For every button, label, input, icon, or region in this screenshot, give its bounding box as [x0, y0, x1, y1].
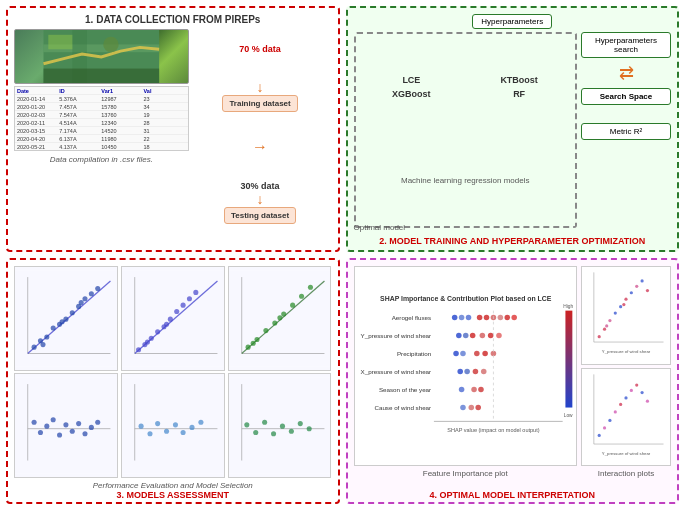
svg-point-36 [187, 296, 192, 301]
svg-point-98 [476, 315, 482, 321]
svg-point-159 [630, 388, 633, 391]
plot-scatter-2 [121, 266, 225, 371]
svg-point-13 [51, 326, 56, 331]
svg-point-111 [456, 333, 462, 339]
q4-left: SHAP Importance & Contribution Plot base… [354, 266, 578, 478]
svg-point-113 [474, 351, 480, 357]
svg-point-122 [471, 387, 477, 393]
svg-point-44 [245, 345, 250, 350]
testing-dataset-box: Testing dataset [224, 207, 296, 224]
svg-point-144 [635, 285, 638, 288]
training-pct: 70 % data [239, 44, 281, 54]
svg-point-82 [244, 422, 249, 427]
q2-model-training: Hyperparameters LCE KTBoost XGBoost RF M… [346, 6, 680, 252]
arrow-between-boxes: ⇄ [581, 62, 671, 84]
metric-box: Metric R² [581, 123, 671, 140]
model-lce: LCE [360, 75, 464, 85]
svg-text:Y_pressure of wind shear: Y_pressure of wind shear [602, 450, 651, 455]
ml-models-grid: LCE KTBoost XGBoost RF [360, 75, 572, 99]
svg-text:SHAP value (impact on model ou: SHAP value (impact on model output) [447, 427, 539, 433]
q1-left: DateIDVar1Val 2020-01-145.376A1298723 20… [14, 29, 189, 239]
svg-point-123 [478, 387, 484, 393]
q2-right: Hyperparameters search ⇄ Search Space Me… [581, 32, 671, 228]
svg-text:Y_pressure of wind shear: Y_pressure of wind shear [602, 349, 651, 354]
svg-point-153 [598, 433, 601, 436]
svg-point-31 [155, 329, 160, 334]
q3-inner [14, 266, 332, 478]
training-dataset-box: Training dataset [222, 95, 297, 112]
q3-plot-label: Performance Evaluation and Model Selecti… [8, 481, 338, 490]
svg-point-146 [646, 289, 649, 292]
svg-point-23 [79, 300, 84, 305]
interaction-plot-1: Y_pressure of wind shear [581, 266, 671, 365]
svg-point-107 [469, 333, 475, 339]
svg-point-46 [263, 328, 268, 333]
svg-rect-68 [122, 378, 224, 473]
svg-rect-131 [565, 311, 572, 408]
svg-rect-79 [229, 378, 331, 473]
q4-inner: SHAP Importance & Contribution Plot base… [354, 266, 672, 478]
svg-point-28 [136, 347, 141, 352]
svg-point-45 [254, 337, 259, 342]
svg-rect-3 [43, 69, 159, 83]
svg-point-127 [460, 405, 466, 411]
svg-point-83 [253, 430, 258, 435]
svg-point-89 [306, 426, 311, 431]
shap-plot: SHAP Importance & Contribution Plot base… [354, 266, 578, 466]
q3-bottom-label: 3. MODELS ASSESSMENT [8, 490, 338, 500]
plot-scatter-3 [228, 266, 332, 371]
svg-point-102 [504, 315, 510, 321]
svg-point-57 [32, 420, 37, 425]
svg-point-71 [138, 424, 143, 429]
svg-point-104 [451, 315, 457, 321]
svg-point-155 [608, 418, 611, 421]
q1-data-collection: 1. DATA COLLECTION FROM PIREPs [6, 6, 340, 252]
main-container: 1. DATA COLLECTION FROM PIREPs [0, 0, 685, 510]
svg-point-103 [511, 315, 517, 321]
map-image [14, 29, 189, 84]
ml-label: Machine learning regression models [360, 176, 572, 185]
svg-rect-4 [48, 35, 72, 49]
svg-point-62 [63, 422, 68, 427]
svg-point-160 [635, 383, 638, 386]
svg-point-85 [271, 431, 276, 436]
svg-text:Y_pressure of wind shear: Y_pressure of wind shear [360, 332, 431, 339]
svg-point-148 [622, 303, 625, 306]
svg-point-145 [640, 279, 643, 282]
svg-point-48 [281, 311, 286, 316]
svg-point-157 [619, 402, 622, 405]
svg-point-126 [475, 405, 481, 411]
testing-pct: 30% data [241, 181, 280, 191]
svg-point-124 [458, 387, 464, 393]
hp-search-box: Hyperparameters search [581, 32, 671, 58]
svg-point-143 [630, 291, 633, 294]
svg-point-99 [483, 315, 489, 321]
svg-point-76 [180, 430, 185, 435]
svg-text:Cause of wind shear: Cause of wind shear [374, 404, 431, 411]
svg-point-110 [496, 333, 502, 339]
svg-point-156 [614, 410, 617, 413]
svg-point-109 [487, 333, 493, 339]
svg-point-37 [193, 290, 198, 295]
svg-point-34 [174, 309, 179, 314]
svg-point-35 [180, 303, 185, 308]
svg-point-50 [299, 294, 304, 299]
svg-point-140 [614, 311, 617, 314]
svg-point-72 [147, 431, 152, 436]
svg-point-147 [605, 324, 608, 327]
svg-point-120 [457, 369, 463, 375]
svg-point-53 [277, 315, 282, 320]
svg-point-65 [82, 431, 87, 436]
svg-point-21 [40, 342, 45, 347]
svg-point-39 [164, 322, 169, 327]
assessment-row-2 [14, 373, 332, 478]
assessment-row-1 [14, 266, 332, 371]
hyperparams-top-box: Hyperparameters [472, 14, 552, 29]
svg-point-118 [472, 369, 478, 375]
svg-point-58 [38, 430, 43, 435]
svg-point-22 [60, 319, 65, 324]
plot-residual-3 [228, 373, 332, 478]
svg-point-64 [76, 421, 81, 426]
svg-point-86 [280, 424, 285, 429]
interaction-plot-2: Y_pressure of wind shear [581, 368, 671, 467]
